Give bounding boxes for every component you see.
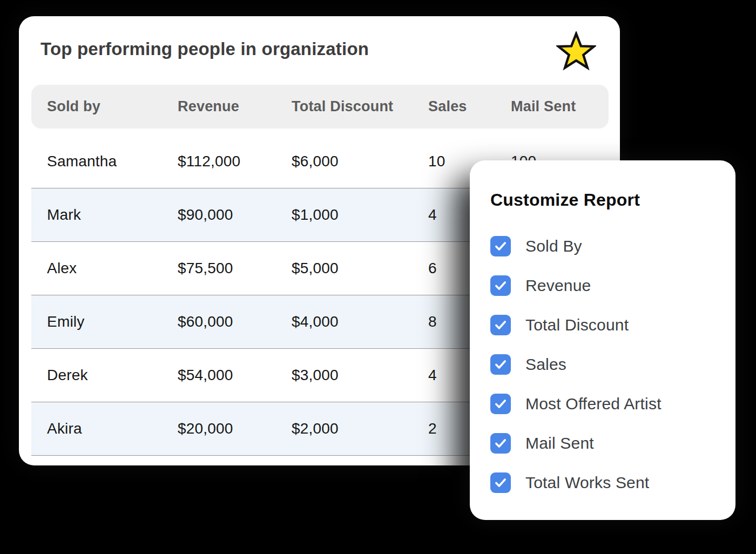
cell-total-discount: $2,000 <box>275 420 410 437</box>
options-list: Sold By Revenue Total Discount Sales <box>490 236 662 493</box>
report-option-row: Mail Sent <box>490 433 662 454</box>
report-option-row: Total Works Sent <box>490 472 662 493</box>
cell-total-discount: $4,000 <box>275 313 410 330</box>
checkmark-icon <box>494 279 508 293</box>
cell-revenue: $20,000 <box>165 420 275 437</box>
checkbox[interactable] <box>490 315 511 335</box>
checkbox[interactable] <box>490 433 511 454</box>
option-label: Sales <box>525 355 566 374</box>
checkmark-icon <box>494 397 508 411</box>
column-header-total-discount: Total Discount <box>275 98 410 115</box>
checkmark-icon <box>494 476 508 490</box>
option-label: Revenue <box>525 276 591 295</box>
report-option-row: Most Offered Artist <box>490 394 662 414</box>
checkbox[interactable] <box>490 275 511 296</box>
cell-sold-by: Alex <box>31 260 165 277</box>
checkmark-icon <box>494 318 508 332</box>
page-title: Top performing people in organization <box>40 39 369 59</box>
report-option-row: Total Discount <box>490 315 662 335</box>
cell-sold-by: Akira <box>31 420 165 437</box>
checkbox[interactable] <box>490 354 511 375</box>
table-header-row: Sold by Revenue Total Discount Sales Mai… <box>31 85 609 129</box>
option-label: Sold By <box>525 237 582 255</box>
checkbox[interactable] <box>490 472 511 493</box>
checkbox[interactable] <box>490 236 511 256</box>
report-option-row: Revenue <box>490 275 662 296</box>
star-icon <box>556 31 596 71</box>
report-option-row: Sold By <box>490 236 662 256</box>
checkbox[interactable] <box>490 394 511 414</box>
option-label: Most Offered Artist <box>525 395 662 413</box>
cell-revenue: $60,000 <box>165 313 275 330</box>
column-header-sold-by: Sold by <box>31 98 165 115</box>
cell-sold-by: Mark <box>31 206 165 224</box>
cell-total-discount: $5,000 <box>275 260 410 277</box>
option-label: Total Works Sent <box>525 474 649 492</box>
cell-total-discount: $3,000 <box>275 367 410 384</box>
checkmark-icon <box>494 436 508 450</box>
checkmark-icon <box>494 239 508 253</box>
cell-revenue: $112,000 <box>165 153 275 170</box>
favorite-star-button[interactable] <box>556 31 596 71</box>
panel-title: Customize Report <box>490 190 640 210</box>
cell-total-discount: $1,000 <box>275 206 410 224</box>
cell-total-discount: $6,000 <box>275 153 410 170</box>
column-header-mail-sent: Mail Sent <box>487 98 609 115</box>
cell-sold-by: Samantha <box>31 153 165 170</box>
cell-sold-by: Emily <box>31 313 165 330</box>
report-option-row: Sales <box>490 354 662 375</box>
option-label: Mail Sent <box>525 434 594 452</box>
column-header-revenue: Revenue <box>165 98 275 115</box>
cell-sold-by: Derek <box>31 367 165 384</box>
customize-report-panel: Customize Report Sold By Revenue Total D… <box>470 160 735 520</box>
option-label: Total Discount <box>525 316 629 334</box>
cell-revenue: $90,000 <box>165 206 275 224</box>
column-header-sales: Sales <box>410 98 487 115</box>
cell-revenue: $54,000 <box>165 367 275 384</box>
checkmark-icon <box>494 357 508 371</box>
cell-revenue: $75,500 <box>165 260 275 277</box>
